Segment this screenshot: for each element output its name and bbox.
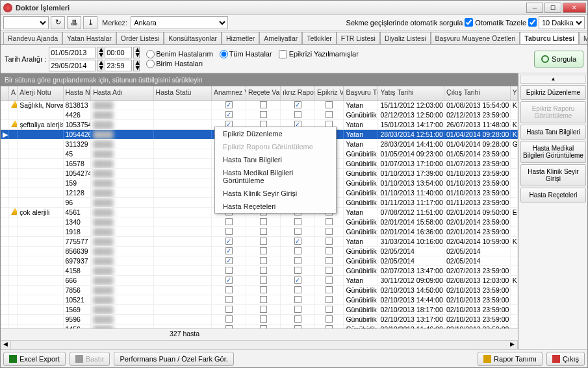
tab-hizmetler[interactable]: Hizmetler [222, 32, 259, 44]
merkez-label: Merkez: [102, 19, 127, 27]
print-icon[interactable]: 🖶 [67, 16, 81, 29]
check-epikriz[interactable]: Epikrizi Yazılmamışlar [279, 50, 359, 58]
col-header[interactable] [1, 86, 9, 100]
user-select[interactable] [3, 16, 49, 29]
side-button[interactable]: Epikriz Düzenleme [520, 85, 586, 100]
date-to-spin[interactable]: ▲▼ [97, 60, 103, 71]
side-button[interactable]: Hasta Klinik Seyir Girişi [520, 164, 586, 186]
tab-konsültasyonlar[interactable]: Konsültasyonlar [164, 32, 222, 44]
tab-medikal-rapor-listesi[interactable]: Medikal Rapor Listesi [579, 32, 587, 44]
col-header[interactable]: Y [511, 86, 518, 100]
tab-taburcu-listesi[interactable]: Taburcu Listesi [520, 32, 579, 44]
side-panel: ▲ Epikriz DüzenlemeEpikriz Raporu Görünt… [518, 73, 587, 349]
main-toolbar: ↻ 🖶 ⤓ Merkez: Ankara Sekme geçişlerinde … [1, 15, 587, 31]
menu-item[interactable]: Hasta Medikal Bilgileri Görüntüleme [215, 166, 336, 187]
group-panel[interactable]: Bir sütuna göre gruplandırmak için, sütu… [1, 73, 518, 86]
time-to-spin[interactable]: ▲▼ [133, 60, 140, 71]
autoquery-check[interactable]: Sekme geçişlerinde otomatik sorgula [346, 18, 474, 27]
date-from-spin[interactable]: ▲▼ [97, 47, 103, 58]
table-row[interactable]: 7856████Günübirlik02/10/2013 14:50:0002/… [1, 286, 518, 295]
side-scroll-up[interactable]: ▲ [520, 75, 586, 84]
table-row[interactable]: 1918████Günübirlik02/01/2014 16:36:0002/… [1, 227, 518, 237]
grid-footer: 327 hasta [1, 328, 518, 340]
col-header[interactable]: ıkrız Rapor V. [281, 86, 315, 100]
col-header[interactable]: Hasta No [64, 86, 92, 100]
date-from[interactable] [49, 47, 96, 58]
perf-button[interactable]: Performans Puan / Özel Fark Gör. [114, 352, 233, 366]
horizontal-scrollbar[interactable]: ◀▶ [1, 340, 518, 349]
col-header[interactable]: Anamnez Var [212, 86, 246, 100]
col-header[interactable]: A [9, 86, 18, 100]
tab-tetkikler[interactable]: Tetkikler [302, 32, 337, 44]
maximize-button[interactable]: ☐ [544, 3, 561, 13]
menu-item[interactable]: Hasta Reçeteleri [215, 200, 336, 213]
menu-item: Epikriz Raporu Görüntüleme [215, 140, 336, 153]
menu-item[interactable]: Hasta Tanı Bilgileri [215, 153, 336, 166]
menu-item[interactable]: Epikriz Düzenleme [215, 127, 336, 140]
table-row[interactable]: 10521████Günübirlik02/10/2013 14:44:0002… [1, 295, 518, 305]
col-header[interactable]: Yatış Tarihi [378, 86, 444, 100]
table-row[interactable]: 697937████Günübirlik02/05/201402/05/2014 [1, 256, 518, 266]
tab-ameliyatlar[interactable]: Ameliyatlar [259, 32, 302, 44]
col-header[interactable]: Hasta Statü [154, 86, 212, 100]
print-button[interactable]: Bastır [70, 352, 110, 366]
warning-icon [11, 208, 18, 215]
menu-item[interactable]: Hasta Klinik Seyir Girişi [215, 187, 336, 200]
time-to[interactable] [105, 60, 132, 71]
interval-select[interactable]: 10 Dakika [539, 16, 585, 29]
table-row[interactable]: 4158████Günübirlik02/07/2013 13:47:0002/… [1, 266, 518, 276]
tab-order-listesi[interactable]: Order Listesi [116, 32, 164, 44]
report-icon [483, 355, 491, 363]
side-button[interactable]: Hasta Tanı Bilgileri [520, 125, 586, 140]
date-to[interactable] [49, 60, 96, 71]
col-header[interactable]: Reçete Var [246, 86, 281, 100]
time-from-spin[interactable]: ▲▼ [133, 47, 140, 58]
row-count: 327 hasta [167, 329, 202, 340]
tab-randevu-ajanda[interactable]: Randevu Ajanda [3, 32, 62, 44]
export-icon[interactable]: ⤓ [83, 16, 97, 29]
excel-icon [9, 355, 17, 363]
radio-my-patients[interactable]: Benim Hastalarım [146, 50, 212, 58]
table-row[interactable]: 856639████Günübirlik02/05/201402/05/2014 [1, 247, 518, 256]
side-button[interactable]: Hasta Reçeteleri [520, 188, 586, 202]
table-row[interactable]: 4426████Günübirlik02/12/2013 12:50:0002/… [1, 110, 518, 120]
side-button[interactable]: Hasta Medikal Bilgileri Görüntüleme [520, 141, 586, 163]
context-menu: Epikriz DüzenlemeEpikriz Raporu Görüntül… [214, 127, 337, 214]
table-row[interactable]: Sağlıklı, Norvasc, As813813████Yatan15/1… [1, 101, 518, 110]
filter-bar: Tarih Aralığı : ▲▼ ▲▼ ▲▼ ▲▼ Benim Hastal… [1, 45, 587, 73]
tab-başvuru-muayene-özetleri[interactable]: Başvuru Muayene Özetleri [431, 32, 520, 44]
merkez-select[interactable]: Ankara [131, 16, 228, 29]
minimize-button[interactable]: ─ [526, 3, 543, 13]
col-header[interactable]: Çıkış Tarihi [444, 86, 511, 100]
tabstrip: Randevu AjandaYatan HastalarOrder Listes… [1, 31, 587, 45]
col-header[interactable]: Alerji Notu [18, 86, 63, 100]
print-icon [75, 355, 83, 363]
query-button[interactable]: Sorgula [534, 51, 583, 67]
table-row[interactable]: 9596████Günübirlik02/10/2013 13:17:0002/… [1, 315, 518, 325]
col-header[interactable]: Hasta Adı [91, 86, 153, 100]
date-range-label: Tarih Aralığı : [5, 55, 46, 63]
col-header[interactable]: Epikriz Var [315, 86, 344, 100]
report-def-button[interactable]: Rapor Tanımı [478, 352, 543, 366]
col-header[interactable]: Başvuru Türü [344, 86, 378, 100]
refresh-icon[interactable]: ↻ [51, 16, 65, 29]
tab-ftr-listesi[interactable]: FTR Listesi [337, 32, 380, 44]
exit-button[interactable]: Çıkış [546, 352, 585, 366]
close-button[interactable]: ✕ [563, 3, 586, 13]
search-icon [541, 55, 549, 63]
table-row[interactable]: 775577████Yatan31/03/2014 10:16:0002/04/… [1, 237, 518, 247]
table-row[interactable]: 1569████Günübirlik02/10/2013 18:17:0002/… [1, 305, 518, 315]
table-row[interactable]: 666████Yatan30/11/2012 09:09:0002/08/201… [1, 276, 518, 286]
autorefresh-check[interactable]: Otomatik Tazele [475, 18, 537, 27]
side-button: Epikriz Raporu Görüntüleme [520, 101, 586, 123]
grid-header: AAlerji NotuHasta NoHasta AdıHasta Statü… [1, 86, 518, 101]
warning-icon [11, 101, 18, 108]
tab-diyaliz-listesi[interactable]: Diyaliz Listesi [380, 32, 431, 44]
excel-export-button[interactable]: Excel Export [3, 352, 66, 366]
tab-yatan-hastalar[interactable]: Yatan Hastalar [62, 32, 116, 44]
time-from[interactable] [105, 47, 132, 58]
radio-all-patients[interactable]: Tüm Hastalar [220, 50, 272, 58]
table-row[interactable]: 1340████Günübirlik02/01/2014 15:58:0002/… [1, 217, 518, 227]
warning-icon [11, 120, 18, 127]
radio-unit-patients[interactable]: Birim Hastaları [146, 60, 203, 68]
